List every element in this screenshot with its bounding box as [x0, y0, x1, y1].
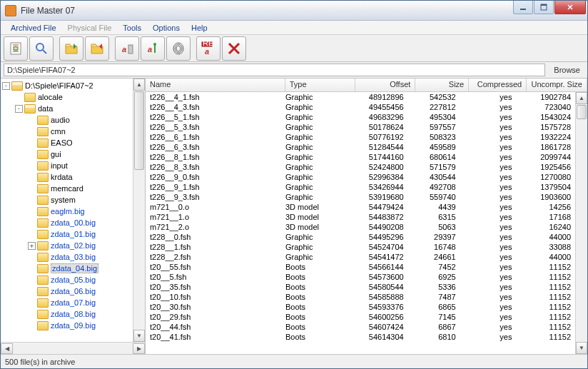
tree-item[interactable]: krdata: [2, 171, 131, 183]
tool-6[interactable]: a: [141, 36, 165, 61]
tool-4-folder-import-icon[interactable]: [85, 36, 109, 61]
scroll-thumb[interactable]: [577, 105, 587, 119]
table-row[interactable]: t226__9_1.fshGraphic53426944492708yes137…: [146, 182, 575, 192]
tree-item[interactable]: EASO: [2, 137, 131, 148]
tree-item[interactable]: zdata_06.big: [2, 285, 131, 297]
scroll-left-icon[interactable]: ◀: [1, 343, 13, 354]
tree-item[interactable]: zdata_03.big: [2, 251, 131, 263]
cell-offset: 53919680: [349, 193, 408, 201]
titlebar[interactable]: File Master 07: [1, 1, 587, 21]
menu-tools[interactable]: Tools: [117, 22, 147, 34]
menu-physical-file[interactable]: Physical File: [62, 22, 118, 34]
table-row[interactable]: t20__55.fshBoots545661447452yes11152: [146, 262, 575, 272]
menu-help[interactable]: Help: [186, 22, 213, 34]
cell-offset: 52996384: [349, 173, 408, 181]
scroll-thumb[interactable]: [134, 91, 144, 170]
table-row[interactable]: t228__1.fshGraphic5452470416748yes33088: [146, 242, 575, 252]
table-row[interactable]: t228__0.fshGraphic5449529629397yes44000: [146, 232, 575, 242]
col-header-offset[interactable]: Offset: [355, 79, 416, 91]
cell-name: t20__44.fsh: [146, 323, 281, 331]
list-vscrollbar[interactable]: ▲ ▼: [575, 92, 587, 354]
table-row[interactable]: t20__29.fshBoots546002567145yes11152: [146, 312, 575, 322]
minimize-button[interactable]: [513, 1, 533, 14]
table-row[interactable]: t226__6_1.fshGraphic50776192508323yes193…: [146, 132, 575, 142]
tree-item[interactable]: zdata_08.big: [2, 308, 131, 320]
tool-7-fingerprint-icon[interactable]: [166, 36, 191, 61]
folder-tree[interactable]: -D:\Spiele\FIFA07~2alocale-dataaudiocmnE…: [1, 79, 133, 342]
tree-item[interactable]: zdata_09.big: [2, 320, 131, 331]
table-row[interactable]: t20__44.fshBoots546074246867yes11152: [146, 322, 575, 332]
path-input[interactable]: [4, 64, 545, 76]
cell-uncompr-size: 17168: [516, 213, 575, 221]
tree-item[interactable]: +zdata_02.big: [2, 240, 131, 251]
scroll-right-icon[interactable]: ▶: [133, 343, 145, 354]
tree-item[interactable]: input: [2, 160, 131, 171]
menu-archived-file[interactable]: Archived File: [5, 22, 62, 34]
tree-item[interactable]: zdata_00.big: [2, 217, 131, 228]
col-header-type[interactable]: Type: [285, 79, 355, 91]
cell-offset: 54524704: [349, 243, 408, 251]
scroll-down-icon[interactable]: ▼: [133, 330, 145, 342]
tool-8-rename-icon[interactable]: RENa: [196, 36, 220, 61]
tree-item[interactable]: memcard: [2, 183, 131, 194]
file-icon: [37, 321, 49, 330]
col-header-size[interactable]: Size: [415, 79, 469, 91]
table-row[interactable]: t226__9_0.fshGraphic52996384430544yes127…: [146, 172, 575, 182]
table-row[interactable]: t20__5.fshBoots545736006925yes11152: [146, 272, 575, 282]
tree-item[interactable]: zdata_04.big: [2, 263, 131, 274]
maximize-button[interactable]: [534, 1, 554, 14]
col-header-compressed[interactable]: Compressed: [469, 79, 527, 91]
tree-item[interactable]: gui: [2, 148, 131, 160]
tool-3-folder-export-icon[interactable]: [59, 36, 83, 61]
tree-item[interactable]: alocale: [2, 91, 131, 103]
tree-item[interactable]: zdata_05.big: [2, 274, 131, 285]
tree-item[interactable]: zdata_07.big: [2, 297, 131, 308]
table-row[interactable]: t20__41.fshBoots546143046810yes11152: [146, 332, 575, 342]
scroll-down-icon[interactable]: ▼: [576, 342, 587, 354]
table-row[interactable]: t226__8_3.fshGraphic52424800571579yes192…: [146, 162, 575, 172]
tree-item[interactable]: zdata_01.big: [2, 228, 131, 240]
table-row[interactable]: t226__6_3.fshGraphic51284544459589yes186…: [146, 142, 575, 152]
cell-size: 4439: [408, 203, 460, 211]
file-list[interactable]: t226__4_1.fshGraphic48912896542532yes190…: [146, 92, 575, 354]
table-row[interactable]: m721__1.o3D model544838726315yes17168: [146, 212, 575, 222]
table-row[interactable]: t20__30.fshBoots545933766865yes11152: [146, 302, 575, 312]
browse-button[interactable]: Browse: [549, 66, 584, 74]
scroll-up-icon[interactable]: ▲: [133, 79, 145, 91]
table-row[interactable]: t226__4_1.fshGraphic48912896542532yes190…: [146, 92, 575, 102]
tool-2-search-icon[interactable]: [29, 36, 54, 61]
col-header-uncompr-size[interactable]: Uncompr. Size: [527, 79, 587, 91]
file-icon: [37, 264, 49, 273]
cell-uncompr-size: 1861728: [516, 143, 575, 151]
expand-icon[interactable]: -: [15, 105, 23, 113]
collapse-icon[interactable]: -: [2, 82, 10, 90]
expand-icon[interactable]: +: [28, 242, 36, 250]
scroll-up-icon[interactable]: ▲: [576, 92, 587, 104]
table-row[interactable]: t226__8_1.fshGraphic51744160680614yes209…: [146, 152, 575, 162]
table-row[interactable]: t226__9_3.fshGraphic53919680559740yes190…: [146, 192, 575, 202]
tree-vscrollbar[interactable]: ▲ ▼: [133, 79, 145, 342]
table-row[interactable]: m721__0.o3D model544794244439yes14256: [146, 202, 575, 212]
cell-offset: 53426944: [349, 183, 408, 191]
tree-item[interactable]: -data: [2, 103, 131, 114]
tool-1[interactable]: [4, 36, 28, 61]
tree-item[interactable]: cmn: [2, 126, 131, 137]
table-row[interactable]: m721__2.o3D model544902085063yes16240: [146, 222, 575, 232]
col-header-name[interactable]: Name: [146, 79, 285, 91]
tool-5[interactable]: a: [115, 36, 139, 61]
table-row[interactable]: t226__5_3.fshGraphic50178624597557yes157…: [146, 122, 575, 132]
close-button[interactable]: [554, 1, 586, 14]
table-row[interactable]: t226__4_3.fshGraphic49455456227812yes723…: [146, 102, 575, 112]
table-row[interactable]: t20__35.fshBoots545805445336yes11152: [146, 282, 575, 292]
tree-item[interactable]: system: [2, 194, 131, 206]
tool-9-delete-icon[interactable]: [222, 36, 246, 61]
table-row[interactable]: t20__10.fshBoots545858887487yes11152: [146, 292, 575, 302]
tree-hscrollbar[interactable]: ◀ ▶: [1, 342, 145, 354]
table-row[interactable]: t228__2.fshGraphic5454147224661yes44000: [146, 252, 575, 262]
cell-offset: 54580544: [349, 283, 408, 291]
tree-root[interactable]: -D:\Spiele\FIFA07~2: [2, 80, 131, 91]
tree-item[interactable]: audio: [2, 114, 131, 126]
tree-item[interactable]: eaglm.big: [2, 206, 131, 217]
table-row[interactable]: t226__5_1.fshGraphic49683296495304yes154…: [146, 112, 575, 122]
menu-options[interactable]: Options: [147, 22, 186, 34]
